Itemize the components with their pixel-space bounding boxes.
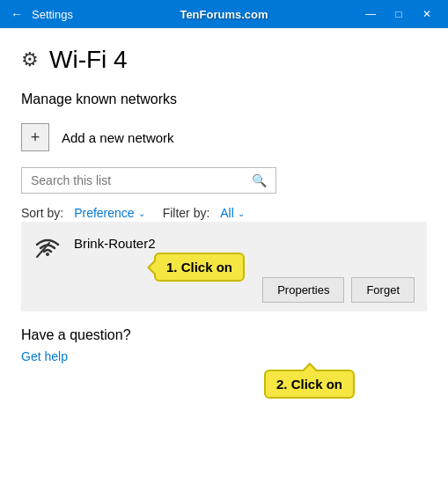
close-button[interactable]: ✕: [416, 4, 437, 25]
gear-icon: ⚙: [21, 48, 39, 71]
question-section: Have a question? Get help: [21, 327, 427, 364]
filter-chevron-icon: ⌄: [238, 209, 245, 218]
sort-chevron-icon: ⌄: [138, 209, 145, 218]
properties-button[interactable]: Properties: [262, 277, 344, 303]
forget-button[interactable]: Forget: [351, 277, 415, 303]
titlebar: ← Settings TenForums.com — □ ✕: [0, 0, 448, 28]
add-network-label: Add a new network: [62, 130, 174, 145]
add-network-row[interactable]: + Add a new network: [21, 123, 427, 151]
question-heading: Have a question?: [21, 327, 427, 343]
sort-value[interactable]: Preference: [74, 206, 134, 220]
filter-by-item[interactable]: Filter by: All ⌄: [163, 206, 245, 220]
search-box: 🔍: [21, 167, 276, 194]
get-help-link[interactable]: Get help: [21, 349, 68, 363]
sort-by-item[interactable]: Sort by: Preference ⌄: [21, 206, 145, 220]
back-button[interactable]: ←: [11, 7, 23, 21]
sort-label: Sort by:: [21, 206, 63, 220]
sort-filter-row: Sort by: Preference ⌄ Filter by: All ⌄: [21, 206, 427, 220]
maximize-button[interactable]: □: [388, 4, 409, 25]
page-title: Wi-Fi 4: [49, 46, 128, 74]
window-controls: — □ ✕: [360, 4, 437, 25]
wifi-icon: [33, 234, 62, 267]
page-title-row: ⚙ Wi-Fi 4: [21, 46, 427, 74]
minimize-button[interactable]: —: [360, 4, 381, 25]
section-heading: Manage known networks: [21, 92, 427, 107]
svg-point-0: [46, 253, 49, 256]
watermark: TenForums.com: [180, 8, 268, 21]
callout-1: 1. Click on: [154, 253, 245, 282]
add-network-button[interactable]: +: [21, 123, 49, 151]
network-name: Brink-Router2: [74, 232, 156, 251]
network-actions: Properties Forget: [21, 277, 427, 311]
filter-label: Filter by:: [163, 206, 210, 220]
callout-2: 2. Click on: [264, 370, 355, 399]
search-icon: 🔍: [252, 173, 267, 187]
search-input[interactable]: [31, 173, 252, 187]
titlebar-title: Settings: [32, 8, 73, 21]
filter-value[interactable]: All: [220, 206, 234, 220]
